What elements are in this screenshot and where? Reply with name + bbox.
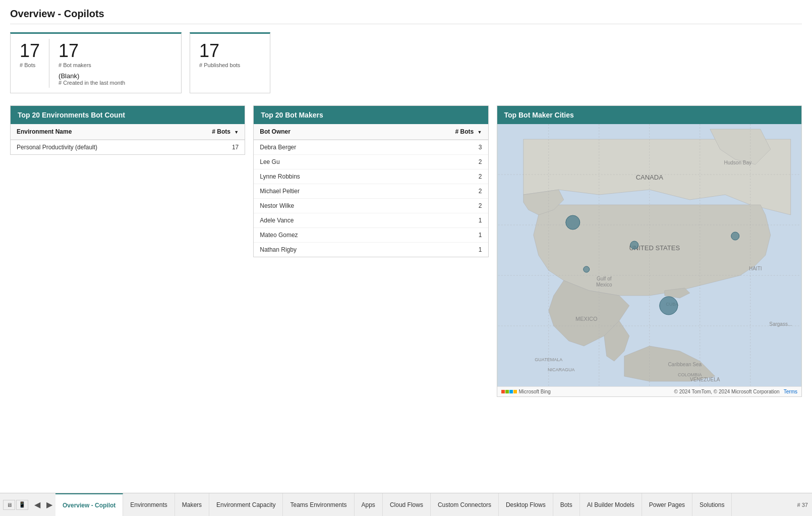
svg-text:HAITI: HAITI [748,266,762,271]
svg-text:Caribbean Sea: Caribbean Sea [668,362,702,367]
svg-point-26 [731,232,739,240]
sort-icon: ▼ [478,130,482,135]
main-content: Overview - Copilots 17 # Bots 17 # Bot m… [0,0,812,493]
kpi-label-published: # Published bots [199,62,261,68]
tab-makers[interactable]: Makers [175,493,209,516]
env-col-bots[interactable]: # Bots ▼ [176,124,245,140]
tab-overview-copilot[interactable]: Overview - Copilot [55,493,123,516]
kpi-section-bots: 17 # Bots [11,34,49,93]
maker-name: Mateo Gomez [254,227,388,242]
maker-name: Adele Vance [254,213,388,227]
maker-name: Michael Peltier [254,184,388,198]
sort-icon: ▼ [234,130,239,135]
env-table-header: Top 20 Environments Bot Count [11,106,245,124]
tab-prev-btn[interactable]: ◀ [31,493,43,516]
maker-count: 2 [388,184,488,198]
maker-name: Lee Gu [254,154,388,169]
tab-next-btn[interactable]: ▶ [43,493,55,516]
env-count: 17 [176,140,245,154]
kpi-card-bots-wide: 17 # Bots 17 # Bot makers (Blank) # Crea… [10,32,182,93]
table-row[interactable]: Adele Vance1 [254,213,488,227]
table-row[interactable]: Lee Gu2 [254,154,488,169]
tab-environments[interactable]: Environments [123,493,175,516]
env-table: Environment Name # Bots ▼ Personal Produ… [11,124,245,154]
kpi-number-bots: 17 [20,41,40,61]
bing-sq-yellow [513,390,517,393]
bing-sq-red [501,390,505,393]
maker-count: 1 [388,227,488,242]
table-row[interactable]: Lynne Robbins2 [254,169,488,184]
tab-apps[interactable]: Apps [355,493,383,516]
kpi-sub-blank: (Blank) [59,72,125,80]
table-row[interactable]: Michael Peltier2 [254,184,488,198]
svg-text:MEXICO: MEXICO [575,316,598,322]
tab-teams-env[interactable]: Teams Environments [283,493,354,516]
page-title: Overview - Copilots [10,8,802,24]
kpi-label-makers: # Bot makers [59,62,125,68]
makers-col-owner[interactable]: Bot Owner [254,124,388,140]
svg-point-27 [659,297,677,315]
terms-link[interactable]: Terms [784,389,797,394]
svg-point-28 [583,266,589,272]
map-container[interactable]: CANADA UNITED STATES MEXICO Hudson Bay G… [497,124,802,386]
kpi-sub-label-created: # Created in the last month [59,80,125,86]
table-row[interactable]: Debra Berger3 [254,140,488,155]
tab-bar: 🖥 📱 ◀ ▶ Overview - CopilotEnvironmentsMa… [0,493,812,516]
tab-custom-connectors[interactable]: Custom Connectors [431,493,499,516]
tab-bots[interactable]: Bots [553,493,580,516]
bing-logo: Microsoft Bing [501,389,551,394]
tab-power-pages[interactable]: Power Pages [642,493,692,516]
svg-text:Sargass...: Sargass... [769,321,792,327]
tab-bar-left: 🖥 📱 [0,493,31,516]
map-svg: CANADA UNITED STATES MEXICO Hudson Bay G… [497,124,802,386]
maker-name: Lynne Robbins [254,169,388,184]
mobile-view-btn[interactable]: 📱 [16,500,28,510]
maker-name: Nathan Rigby [254,242,388,257]
svg-text:GUATEMALA: GUATEMALA [535,357,562,362]
svg-text:CANADA: CANADA [635,174,663,181]
makers-table: Bot Owner # Bots ▼ Debra Berger3Lee Gu2L… [254,124,488,257]
svg-text:Mexico: Mexico [596,282,612,288]
tab-solutions[interactable]: Solutions [692,493,732,516]
table-row[interactable]: Nestor Wilke2 [254,198,488,213]
bing-sq-green [505,390,509,393]
makers-panel: Top 20 Bot Makers Bot Owner # Bots ▼ Deb… [253,105,488,257]
tab-ai-builder[interactable]: AI Builder Models [580,493,642,516]
svg-text:Hudson Bay: Hudson Bay [724,160,751,165]
svg-text:VENEZUELA: VENEZUELA [690,377,720,382]
env-name: Personal Productivity (default) [11,140,176,154]
tab-cloud-flows[interactable]: Cloud Flows [383,493,431,516]
maker-count: 2 [388,198,488,213]
map-header: Top Bot Maker Cities [497,106,802,124]
map-panel: Top Bot Maker Cities [497,105,802,397]
tab-desktop-flows[interactable]: Desktop Flows [499,493,553,516]
svg-text:NICARAGUA: NICARAGUA [548,367,575,372]
table-row[interactable]: Nathan Rigby1 [254,242,488,257]
maker-count: 3 [388,140,488,155]
kpi-label-bots: # Bots [20,62,40,68]
tab-env-capacity[interactable]: Environment Capacity [209,493,283,516]
maker-count: 1 [388,242,488,257]
env-bot-count-panel: Top 20 Environments Bot Count Environmen… [10,105,245,155]
desktop-view-btn[interactable]: 🖥 [3,500,15,510]
kpi-number-published: 17 [199,41,261,61]
table-row[interactable]: Personal Productivity (default)17 [11,140,245,154]
tables-row: Top 20 Environments Bot Count Environmen… [10,105,802,397]
svg-text:COLOMBIA: COLOMBIA [678,372,702,377]
kpi-number-makers: 17 [59,41,125,61]
map-copyright: © 2024 TomTom, © 2024 Microsoft Corporat… [674,389,797,394]
page-indicator: # 37 [793,502,812,508]
svg-point-25 [630,241,638,249]
bing-sq-blue [509,390,513,393]
env-col-name[interactable]: Environment Name [11,124,176,140]
tab-scroll-area: Overview - CopilotEnvironmentsMakersEnvi… [55,493,793,516]
maker-name: Nestor Wilke [254,198,388,213]
kpi-section-makers: 17 # Bot makers (Blank) # Created in the… [49,34,134,93]
maker-name: Debra Berger [254,140,388,155]
bing-squares [501,390,517,393]
table-row[interactable]: Mateo Gomez1 [254,227,488,242]
makers-col-bots[interactable]: # Bots ▼ [388,124,488,140]
maker-count: 2 [388,169,488,184]
svg-point-24 [565,215,579,230]
bing-label: Microsoft Bing [519,389,551,394]
